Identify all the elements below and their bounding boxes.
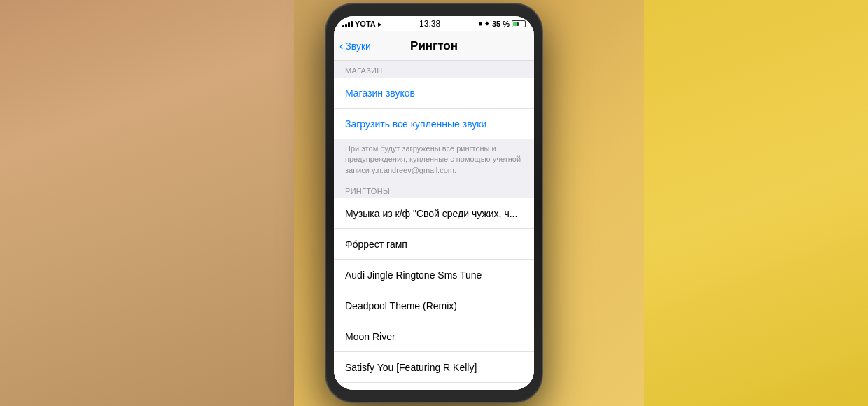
ringtone-label-1: Фóррест гамп	[345, 239, 407, 250]
store-description: При этом будут загружены все рингтоны и …	[334, 139, 534, 181]
ringtone-item-5[interactable]: Satisfy You [Featuring R Kelly]	[334, 352, 534, 383]
signal-bar-1	[342, 25, 344, 27]
ringtone-item-1[interactable]: Фóррест гамп	[334, 229, 534, 260]
signal-bar-3	[348, 22, 350, 27]
status-left: YOTA ▸	[342, 20, 382, 28]
ringtone-label-5: Satisfy You [Featuring R Kelly]	[345, 362, 477, 373]
nav-title: Рингтон	[410, 39, 458, 53]
ringtone-item-6[interactable]: Una Mattina	[334, 383, 534, 390]
battery-fill	[513, 22, 517, 26]
phone-frame: YOTA ▸ 13:38 ■ ✦ 35 % ‹ Звуки Рингтон	[326, 4, 542, 402]
ringtone-item-0[interactable]: Музыка из к/ф "Свой среди чужих, ч...	[334, 198, 534, 229]
battery-icon	[512, 20, 526, 27]
store-link-item-0[interactable]: Магазин звуков	[334, 78, 534, 108]
signal-bars	[342, 20, 353, 27]
back-label[interactable]: Звуки	[345, 41, 371, 52]
ringtone-item-4[interactable]: Moon River	[334, 321, 534, 352]
back-button[interactable]: ‹ Звуки	[340, 41, 371, 52]
content-area: МАГАЗИН Магазин звуков Загрузить все куп…	[334, 61, 534, 390]
wifi-icon: ▸	[378, 20, 382, 28]
store-link-label-1[interactable]: Загрузить все купленные звуки	[345, 118, 486, 130]
ringtone-item-3[interactable]: Deadpool Theme (Remix)	[334, 290, 534, 321]
status-bar: YOTA ▸ 13:38 ■ ✦ 35 %	[334, 16, 534, 31]
status-right: ■ ✦ 35 %	[478, 20, 526, 28]
bluetooth-icon: ✦	[484, 20, 490, 27]
store-link-item-1[interactable]: Загрузить все купленные звуки	[334, 108, 534, 139]
ringtone-label-3: Deadpool Theme (Remix)	[345, 300, 457, 312]
ringtones-list: Музыка из к/ф "Свой среди чужих, ч... Фó…	[334, 198, 534, 390]
carrier-label: YOTA	[355, 20, 376, 28]
ringtones-section-header: РИНГТОНЫ	[334, 181, 534, 198]
status-time: 13:38	[419, 19, 440, 29]
store-list: Магазин звуков Загрузить все купленные з…	[334, 78, 534, 139]
ringtone-label-4: Moon River	[345, 331, 396, 342]
ringtone-item-2[interactable]: Audi Jingle Ringtone Sms Tune	[334, 260, 534, 290]
battery-percent: 35 %	[492, 20, 510, 28]
ringtone-label-0: Музыка из к/ф "Свой среди чужих, ч...	[345, 208, 517, 219]
background-left	[0, 0, 294, 406]
store-link-label-0[interactable]: Магазин звуков	[345, 88, 415, 99]
signal-bar-2	[345, 24, 347, 27]
ringtone-label-2: Audi Jingle Ringtone Sms Tune	[345, 270, 482, 281]
signal-bar-4	[351, 21, 353, 27]
back-chevron-icon: ‹	[340, 41, 343, 52]
phone-screen: YOTA ▸ 13:38 ■ ✦ 35 % ‹ Звуки Рингтон	[334, 16, 534, 390]
background-right	[644, 0, 868, 406]
nav-bar: ‹ Звуки Рингтон	[334, 31, 534, 61]
battery-tip	[517, 22, 519, 26]
location-icon: ■	[478, 20, 482, 27]
store-section-header: МАГАЗИН	[334, 61, 534, 78]
